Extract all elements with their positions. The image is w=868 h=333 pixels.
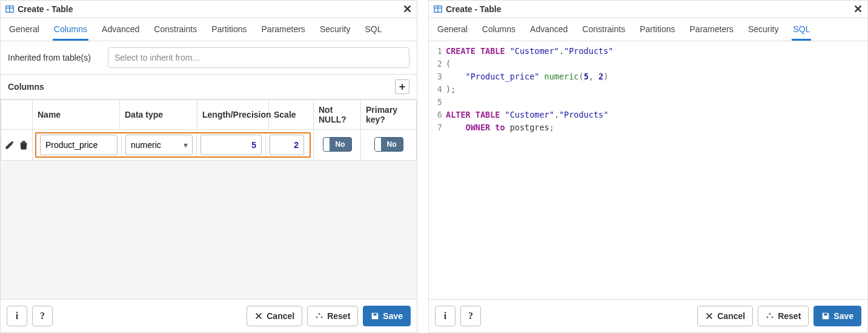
save-label: Save xyxy=(833,311,853,321)
inherited-from-row: Inherited from table(s) xyxy=(1,41,417,75)
tab-parameters[interactable]: Parameters xyxy=(689,18,735,41)
close-icon[interactable]: ✕ xyxy=(853,4,863,15)
col-header-name: Name xyxy=(33,100,120,130)
tab-parameters[interactable]: Parameters xyxy=(260,18,306,41)
recycle-icon xyxy=(766,312,774,320)
col-header-length: Length/Precision xyxy=(197,100,269,130)
tab-general[interactable]: General xyxy=(8,18,41,41)
recycle-icon xyxy=(315,312,323,320)
inherited-from-label: Inherited from table(s) xyxy=(8,53,108,62)
primary-key-toggle[interactable]: No xyxy=(374,137,403,152)
save-button[interactable]: Save xyxy=(813,306,861,326)
cancel-label: Cancel xyxy=(717,311,745,321)
tabs: General Columns Advanced Constraints Par… xyxy=(1,18,417,41)
column-definition-highlight: ▾ xyxy=(33,130,314,161)
create-table-dialog-columns: Create - Table ✕ General Columns Advance… xyxy=(0,0,417,333)
tab-security[interactable]: Security xyxy=(747,18,780,41)
tab-constraints[interactable]: Constraints xyxy=(581,18,626,41)
tab-partitions[interactable]: Partitions xyxy=(210,18,248,41)
line-gutter: 123 456 7 xyxy=(429,45,446,134)
column-scale-input[interactable] xyxy=(270,135,304,155)
save-icon xyxy=(371,312,379,320)
inherited-from-input[interactable] xyxy=(108,47,409,68)
window-title: Create - Table xyxy=(18,4,73,14)
info-button[interactable]: i xyxy=(435,306,456,326)
create-table-dialog-sql: Create - Table ✕ General Columns Advance… xyxy=(428,0,868,333)
window-title: Create - Table xyxy=(446,4,502,14)
help-button[interactable]: ? xyxy=(32,306,53,326)
reset-label: Reset xyxy=(327,311,350,321)
close-icon xyxy=(705,312,714,320)
sql-editor[interactable]: 123 456 7 CREATE TABLE "Customer"."Produ… xyxy=(429,41,867,134)
column-length-input[interactable] xyxy=(200,135,262,155)
add-column-button[interactable]: + xyxy=(395,79,409,94)
help-button[interactable]: ? xyxy=(460,306,481,326)
cancel-button[interactable]: Cancel xyxy=(247,306,302,326)
columns-grid: Name Data type Length/Precision Scale No… xyxy=(1,99,417,161)
save-icon xyxy=(821,312,830,320)
tab-columns[interactable]: Columns xyxy=(53,18,88,41)
table-icon xyxy=(434,5,442,13)
tab-partitions[interactable]: Partitions xyxy=(638,18,676,41)
save-label: Save xyxy=(383,311,403,321)
reset-button[interactable]: Reset xyxy=(307,306,358,326)
col-header-pkey: Primary key? xyxy=(361,100,417,130)
tab-constraints[interactable]: Constraints xyxy=(153,18,198,41)
close-icon xyxy=(254,312,263,320)
cancel-button[interactable]: Cancel xyxy=(697,306,753,326)
titlebar: Create - Table ✕ xyxy=(1,1,417,18)
titlebar: Create - Table ✕ xyxy=(429,1,867,18)
tab-security[interactable]: Security xyxy=(319,18,352,41)
not-null-toggle[interactable]: No xyxy=(323,137,352,152)
columns-section-title: Columns xyxy=(8,82,44,92)
edit-row-icon[interactable] xyxy=(4,139,16,151)
dialog-footer: i ? Cancel Reset Save xyxy=(1,299,417,332)
not-null-toggle-label: No xyxy=(330,140,351,149)
tab-general[interactable]: General xyxy=(436,18,469,41)
col-header-datatype: Data type xyxy=(120,100,197,130)
cancel-label: Cancel xyxy=(267,311,294,321)
table-icon xyxy=(5,5,14,13)
column-datatype-select[interactable] xyxy=(125,135,193,155)
col-header-notnull: Not NULL? xyxy=(314,100,361,130)
columns-section-header: Columns + xyxy=(1,75,417,99)
column-name-input[interactable] xyxy=(40,135,118,155)
info-button[interactable]: i xyxy=(7,306,27,326)
col-header-scale: Scale xyxy=(269,100,314,130)
tabs: General Columns Advanced Constraints Par… xyxy=(429,18,867,41)
save-button[interactable]: Save xyxy=(363,306,411,326)
sql-code: CREATE TABLE "Customer"."Products" ( "Pr… xyxy=(446,45,867,134)
tab-sql[interactable]: SQL xyxy=(792,18,811,41)
dialog-footer: i ? Cancel Reset Save xyxy=(429,299,867,332)
close-icon[interactable]: ✕ xyxy=(403,4,412,15)
column-row: ▾ xyxy=(1,130,417,161)
tab-advanced[interactable]: Advanced xyxy=(529,18,569,41)
reset-button[interactable]: Reset xyxy=(758,306,809,326)
primary-key-toggle-label: No xyxy=(381,140,403,149)
tab-sql[interactable]: SQL xyxy=(363,18,383,41)
delete-row-icon[interactable] xyxy=(18,139,30,151)
tab-advanced[interactable]: Advanced xyxy=(101,18,141,41)
reset-label: Reset xyxy=(778,311,801,321)
tab-columns[interactable]: Columns xyxy=(481,18,517,41)
